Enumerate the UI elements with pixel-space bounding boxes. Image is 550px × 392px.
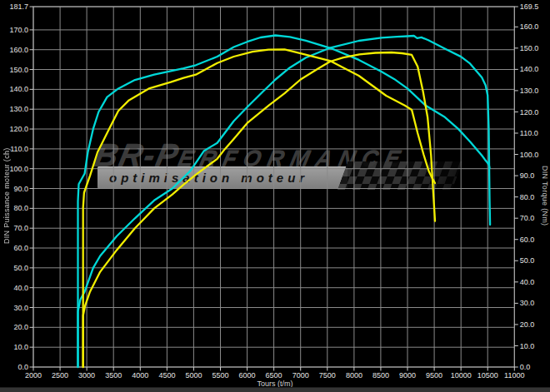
svg-text:60.0: 60.0 — [13, 244, 28, 252]
svg-text:0.0: 0.0 — [520, 363, 531, 371]
svg-text:80.0: 80.0 — [13, 204, 28, 212]
svg-text:3000: 3000 — [78, 371, 95, 380]
dyno-chart-screen: BR-PERFORMANCE optimisation moteur 0.010… — [0, 0, 550, 392]
curve-tuned-torque — [78, 36, 490, 368]
svg-text:130.0: 130.0 — [520, 87, 539, 95]
svg-text:90.0: 90.0 — [13, 185, 28, 193]
svg-text:130.0: 130.0 — [9, 105, 28, 113]
svg-text:6000: 6000 — [239, 371, 256, 380]
svg-text:80.0: 80.0 — [520, 193, 535, 201]
right-axis-ticks: 0.010.020.030.040.050.060.070.080.090.01… — [514, 2, 538, 371]
svg-text:70.0: 70.0 — [520, 214, 535, 222]
svg-text:100.0: 100.0 — [9, 165, 28, 173]
svg-text:60.0: 60.0 — [520, 236, 535, 244]
svg-text:10.0: 10.0 — [520, 342, 535, 350]
svg-text:9500: 9500 — [426, 371, 442, 380]
svg-text:140.0: 140.0 — [520, 65, 539, 73]
svg-text:2500: 2500 — [52, 371, 68, 380]
svg-text:160.0: 160.0 — [9, 46, 28, 54]
svg-text:120.0: 120.0 — [9, 125, 28, 133]
svg-text:9000: 9000 — [399, 371, 416, 380]
svg-text:30.0: 30.0 — [520, 299, 535, 307]
svg-text:100.0: 100.0 — [520, 151, 539, 159]
svg-text:20.0: 20.0 — [520, 320, 535, 329]
svg-text:8500: 8500 — [372, 371, 389, 380]
curve-tuned-power — [78, 36, 491, 367]
svg-text:110.0: 110.0 — [520, 129, 538, 137]
svg-text:4000: 4000 — [132, 371, 148, 380]
svg-text:10.0: 10.0 — [13, 343, 28, 351]
svg-text:150.0: 150.0 — [520, 44, 539, 52]
left-axis-ticks: 0.010.020.030.040.050.060.070.080.090.01… — [9, 2, 33, 371]
svg-text:5500: 5500 — [212, 371, 228, 380]
svg-text:181.7: 181.7 — [9, 2, 28, 11]
svg-text:10000: 10000 — [451, 371, 472, 380]
svg-text:5000: 5000 — [185, 371, 202, 380]
svg-text:10500: 10500 — [478, 371, 498, 380]
svg-text:50.0: 50.0 — [13, 264, 28, 272]
svg-text:140.0: 140.0 — [9, 85, 28, 93]
svg-text:2000: 2000 — [25, 371, 42, 380]
svg-text:11000: 11000 — [504, 371, 524, 380]
window-bottom-strip — [0, 387, 550, 392]
svg-text:120.0: 120.0 — [520, 108, 539, 117]
svg-text:40.0: 40.0 — [13, 284, 28, 292]
svg-text:0.0: 0.0 — [18, 363, 28, 371]
dyno-plot: 0.010.020.030.040.050.060.070.080.090.01… — [0, 0, 550, 392]
svg-text:8000: 8000 — [346, 371, 362, 380]
svg-text:160.0: 160.0 — [520, 22, 539, 31]
x-axis-ticks: 2000250030003500400045005000550060006500… — [25, 367, 524, 380]
svg-text:4500: 4500 — [158, 371, 175, 380]
svg-text:170.0: 170.0 — [9, 26, 28, 34]
curve-stock-power — [83, 52, 435, 367]
svg-text:50.0: 50.0 — [520, 256, 535, 265]
gridlines — [33, 7, 514, 367]
svg-text:7000: 7000 — [292, 371, 309, 380]
svg-text:6500: 6500 — [266, 371, 282, 380]
svg-text:40.0: 40.0 — [520, 278, 535, 286]
svg-text:3500: 3500 — [105, 371, 122, 380]
svg-text:90.0: 90.0 — [520, 171, 535, 180]
svg-text:169.5: 169.5 — [520, 2, 539, 11]
svg-text:110.0: 110.0 — [10, 145, 28, 153]
svg-text:7500: 7500 — [319, 371, 336, 380]
svg-text:30.0: 30.0 — [13, 304, 28, 312]
svg-text:150.0: 150.0 — [9, 66, 28, 74]
svg-text:20.0: 20.0 — [13, 323, 28, 331]
svg-text:70.0: 70.0 — [13, 224, 28, 232]
